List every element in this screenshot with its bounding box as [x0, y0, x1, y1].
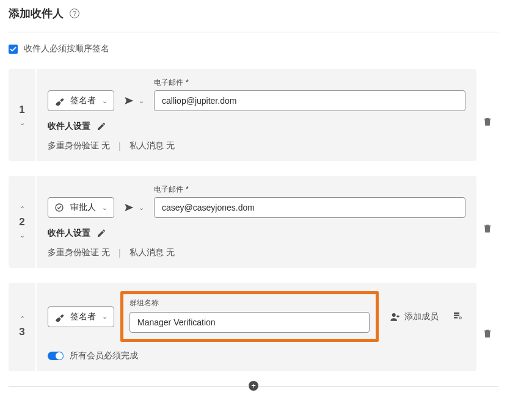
email-label: 电子邮件*: [154, 184, 465, 195]
pencil-icon[interactable]: [97, 228, 106, 238]
settings-queue-icon: [452, 310, 463, 321]
recipient-meta: 多重身份验证无 | 私人消息无: [48, 140, 465, 151]
chevron-down-icon: ⌄: [139, 97, 144, 105]
role-label: 审批人: [70, 202, 96, 213]
email-input[interactable]: [154, 197, 465, 218]
order-signing-checkbox[interactable]: [9, 45, 18, 54]
check-circle-icon: [54, 203, 64, 212]
group-name-highlight: 群组名称: [120, 291, 379, 342]
order-signing-label: 收件人必须按顺序签名: [24, 43, 109, 54]
delivery-select[interactable]: ⌄: [120, 197, 148, 218]
check-icon: [10, 46, 16, 52]
private-message-value: 无: [166, 247, 175, 257]
private-message-value: 无: [166, 140, 175, 150]
order-column: 1 ⌄: [9, 69, 35, 161]
trash-icon[interactable]: [482, 116, 493, 127]
chevron-down-icon: ⌄: [102, 97, 108, 105]
order-number: 2: [19, 216, 24, 228]
email-input[interactable]: [154, 90, 465, 111]
group-name-input[interactable]: [129, 312, 370, 333]
chevron-up-icon[interactable]: ⌃: [20, 316, 25, 322]
recipient-card: ⌃ 2 ⌄ 审批人 ⌄ ⌄ 电子邮件* 收件人设置: [9, 176, 498, 268]
pen-nib-icon: [54, 96, 64, 106]
recipient-settings-title: 收件人设置: [48, 121, 90, 132]
add-recipient-button[interactable]: +: [248, 380, 259, 391]
order-signing-checkbox-row: 收件人必须按顺序签名: [9, 43, 498, 54]
chevron-down-icon[interactable]: ⌄: [20, 120, 25, 126]
help-icon[interactable]: ?: [70, 9, 79, 18]
mfa-value: 无: [101, 140, 110, 150]
role-select[interactable]: 审批人 ⌄: [48, 197, 114, 218]
delivery-select[interactable]: ⌄: [120, 90, 148, 111]
chevron-down-icon: ⌄: [102, 313, 108, 320]
role-select[interactable]: 签名者 ⌄: [48, 90, 114, 111]
order-number: 1: [19, 104, 24, 116]
paper-plane-icon: [124, 203, 134, 212]
role-label: 签名者: [70, 311, 96, 322]
order-number: 3: [19, 326, 24, 338]
role-label: 签名者: [70, 95, 96, 106]
chevron-down-icon: ⌄: [139, 204, 144, 212]
pencil-icon[interactable]: [97, 121, 106, 131]
user-plus-icon: [390, 311, 401, 322]
chevron-up-icon[interactable]: ⌃: [20, 206, 25, 212]
order-column: ⌃ 2 ⌄: [9, 176, 35, 268]
add-member-label: 添加成员: [404, 311, 439, 322]
group-settings-button[interactable]: [450, 310, 465, 323]
paper-plane-icon: [124, 96, 134, 106]
trash-icon[interactable]: [482, 328, 493, 339]
plus-icon: +: [249, 381, 258, 391]
mfa-value: 无: [101, 247, 110, 257]
role-select[interactable]: 签名者 ⌄: [48, 306, 114, 327]
private-message-label: 私人消息: [129, 247, 164, 257]
add-recipient-divider: +: [9, 386, 498, 386]
meta-separator: |: [119, 141, 121, 151]
pen-nib-icon: [54, 312, 64, 322]
meta-separator: |: [119, 248, 121, 258]
recipient-group-card: ⌃ 3 签名者 ⌄ 群组名称 添加成员: [9, 283, 498, 371]
page-title: 添加收件人: [9, 6, 64, 21]
private-message-label: 私人消息: [129, 140, 164, 150]
mfa-label: 多重身份验证: [48, 140, 99, 150]
order-column: ⌃ 3: [9, 283, 35, 371]
all-must-complete-label: 所有会员必须完成: [70, 350, 138, 361]
recipient-card: 1 ⌄ 签名者 ⌄ ⌄ 电子邮件* 收件人设置: [9, 69, 498, 161]
recipient-settings-title: 收件人设置: [48, 228, 90, 239]
trash-icon[interactable]: [482, 223, 493, 234]
mfa-label: 多重身份验证: [48, 247, 99, 257]
group-name-label: 群组名称: [129, 298, 370, 308]
chevron-down-icon: ⌄: [102, 204, 108, 212]
email-label: 电子邮件*: [154, 78, 465, 88]
divider: [9, 32, 498, 32]
add-member-button[interactable]: 添加成员: [385, 306, 443, 327]
all-must-complete-toggle[interactable]: [48, 352, 64, 360]
svg-point-0: [56, 204, 63, 211]
recipient-meta: 多重身份验证无 | 私人消息无: [48, 247, 465, 258]
chevron-down-icon[interactable]: ⌄: [20, 232, 25, 239]
